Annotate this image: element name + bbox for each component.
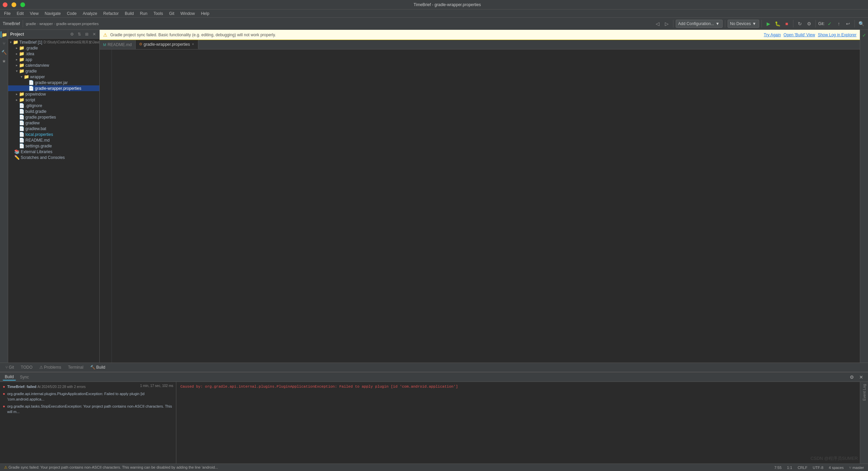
- tree-item-scratches[interactable]: ✏️Scratches and Consoles: [8, 155, 99, 160]
- search-button[interactable]: 🔍: [857, 20, 865, 28]
- bottom-tab-terminal[interactable]: Terminal: [65, 364, 86, 370]
- toolbar-sep-4: [762, 20, 762, 27]
- project-settings-btn[interactable]: ⚙: [69, 31, 75, 37]
- status-line-col[interactable]: 1:1: [786, 466, 793, 470]
- build-tab-label: Build: [96, 365, 105, 370]
- project-panel: Project ⚙ ⇅ ⊞ ✕ ▾📁TimeBrief [1]D:\Study\…: [8, 30, 100, 363]
- editor-content[interactable]: [100, 49, 860, 363]
- back-button[interactable]: ◁: [653, 20, 662, 28]
- tree-item-wrapper[interactable]: ▾📁wrapper: [8, 74, 99, 80]
- menu-file[interactable]: File: [1, 11, 13, 17]
- stop-button[interactable]: ■: [783, 20, 791, 28]
- project-sort-btn[interactable]: ⇅: [76, 31, 82, 37]
- sidebar-favorites-icon[interactable]: ★: [1, 58, 7, 64]
- tree-item-gitignore[interactable]: 📄.gitignore: [8, 103, 99, 108]
- code-editor[interactable]: [112, 49, 860, 363]
- forward-button[interactable]: ▷: [663, 20, 671, 28]
- event-log-btn[interactable]: Event Log: [862, 382, 867, 403]
- bc-gradle[interactable]: gradle: [26, 22, 36, 26]
- build-entry-1[interactable]: ● org.gradle.api.internal.plugins.Plugin…: [0, 390, 176, 403]
- status-utf8[interactable]: UTF-8: [811, 466, 825, 470]
- bc-wrapper[interactable]: wrapper: [39, 22, 53, 26]
- props-tab-close[interactable]: ×: [191, 42, 195, 46]
- tree-item-local-properties[interactable]: 📄local.properties: [8, 131, 99, 137]
- tab-readme[interactable]: M README.md: [100, 40, 136, 49]
- close-button[interactable]: [3, 2, 7, 7]
- build-settings-btn[interactable]: ⚙: [848, 373, 856, 381]
- tree-item-settings-gradle[interactable]: 📄settings.gradle: [8, 143, 99, 149]
- sidebar-project-icon[interactable]: 📁: [1, 31, 7, 38]
- menu-navigate[interactable]: Navigate: [42, 11, 63, 17]
- menu-refactor[interactable]: Refactor: [101, 11, 121, 17]
- status-crlf[interactable]: CRLF: [796, 466, 809, 470]
- bottom-tab-git[interactable]: ⑂ Git: [3, 364, 17, 370]
- minimize-button[interactable]: [12, 2, 16, 7]
- tree-item-popwindow[interactable]: ▸📁popwindow: [8, 91, 99, 97]
- tree-item-gradle-root[interactable]: ▾📁gradle: [8, 68, 99, 74]
- open-build-link[interactable]: Open 'Build' View: [784, 33, 815, 37]
- tree-item-app[interactable]: ▸📁app: [8, 57, 99, 62]
- show-log-link[interactable]: Show Log in Explorer: [818, 33, 856, 37]
- bc-file[interactable]: gradle-wrapper.properties: [56, 22, 99, 26]
- right-checkmark-btn[interactable]: ✓: [860, 31, 868, 39]
- tree-label-popwindow: popwindow: [25, 92, 46, 97]
- menu-view[interactable]: View: [27, 11, 41, 17]
- tab-gradle-wrapper-props[interactable]: ⚙ gradle-wrapper.properties ×: [136, 40, 199, 49]
- bottom-tab-todo[interactable]: TODO: [18, 364, 35, 370]
- tree-item-timebrief[interactable]: ▾📁TimeBrief [1]D:\Study\Code\Android应用开发…: [8, 39, 99, 45]
- menu-tools[interactable]: Tools: [151, 11, 166, 17]
- tree-item-gradle-properties[interactable]: 📄gradle.properties: [8, 114, 99, 120]
- sidebar-git-icon[interactable]: ⑂: [1, 40, 7, 47]
- build-entry-2[interactable]: ● org.gradle.api.tasks.StopExecutionExce…: [0, 403, 176, 415]
- right-icon-strip: ✓: [860, 30, 868, 363]
- tree-item-gradlew[interactable]: 📄gradlew: [8, 120, 99, 126]
- tree-item-external-libs[interactable]: 📚External Libraries: [8, 149, 99, 155]
- tree-item-readme[interactable]: 📄README.md: [8, 137, 99, 143]
- tree-item-script[interactable]: ▸📁script: [8, 97, 99, 103]
- tree-item-gradlew-bat[interactable]: 📄gradlew.bat: [8, 126, 99, 131]
- project-expand-btn[interactable]: ⊞: [84, 31, 90, 37]
- settings-button[interactable]: ⚙: [805, 20, 813, 28]
- tree-item-gradle-wrapper-props[interactable]: 📄gradle-wrapper.properties: [8, 85, 99, 91]
- menu-analyze[interactable]: Analyze: [80, 11, 100, 17]
- status-branch[interactable]: ⑂ master: [848, 466, 865, 470]
- bc-sep-1: ›: [37, 22, 38, 26]
- sidebar-build-icon[interactable]: 🔨: [1, 49, 7, 56]
- status-gradle-sync[interactable]: ⚠ Gradle sync failed: Your project path …: [3, 465, 219, 470]
- menu-help[interactable]: Help: [198, 11, 212, 17]
- build-header-tab-sync[interactable]: Sync: [18, 374, 31, 380]
- build-entry-main[interactable]: ● TimeBrief: failed At 2024/5/20 22:28 w…: [0, 383, 176, 390]
- git-up-button[interactable]: ↑: [835, 20, 843, 28]
- project-close-btn[interactable]: ✕: [91, 31, 97, 37]
- tree-item-gradle-wrapper-jar[interactable]: 📄gradle-wrapper.jar: [8, 80, 99, 85]
- menu-build[interactable]: Build: [122, 11, 137, 17]
- git-check-button[interactable]: ✓: [826, 20, 834, 28]
- tree-item-build-gradle[interactable]: 📄build.gradle: [8, 108, 99, 114]
- bottom-tab-problems[interactable]: ⚠ Problems: [37, 364, 64, 370]
- status-spaces[interactable]: 4 spaces: [827, 466, 845, 470]
- menu-edit[interactable]: Edit: [14, 11, 26, 17]
- git-undo-button[interactable]: ↩: [844, 20, 852, 28]
- no-devices-dropdown[interactable]: No Devices ▼: [728, 20, 759, 28]
- sync-button[interactable]: ↻: [796, 20, 804, 28]
- try-again-link[interactable]: Try Again: [764, 33, 781, 37]
- add-configuration-dropdown[interactable]: Add Configuration... ▼: [676, 20, 723, 28]
- tree-label-app: app: [25, 57, 32, 62]
- debug-button[interactable]: 🐛: [773, 20, 782, 28]
- build-content: ● TimeBrief: failed At 2024/5/20 22:28 w…: [0, 382, 868, 464]
- tree-item-calendarview[interactable]: ▸📁calendarview: [8, 62, 99, 68]
- run-button[interactable]: ▶: [764, 20, 772, 28]
- tree-icon-gradle: 📁: [19, 45, 24, 50]
- build-close-btn[interactable]: ✕: [857, 373, 865, 381]
- menu-run[interactable]: Run: [137, 11, 150, 17]
- tree-item-idea[interactable]: ▸📁.idea: [8, 51, 99, 57]
- maximize-button[interactable]: [20, 2, 25, 7]
- menu-window[interactable]: Window: [178, 11, 198, 17]
- menu-code[interactable]: Code: [64, 11, 79, 17]
- tree-item-gradle[interactable]: ▸📁.gradle: [8, 45, 99, 51]
- menu-git[interactable]: Git: [166, 11, 177, 17]
- build-header-tab-build[interactable]: Build: [3, 374, 16, 381]
- status-7-55[interactable]: 7:55: [773, 466, 783, 470]
- tree-arrow-calendarview: ▸: [14, 63, 19, 67]
- bottom-tab-build[interactable]: 🔨 Build: [87, 364, 108, 370]
